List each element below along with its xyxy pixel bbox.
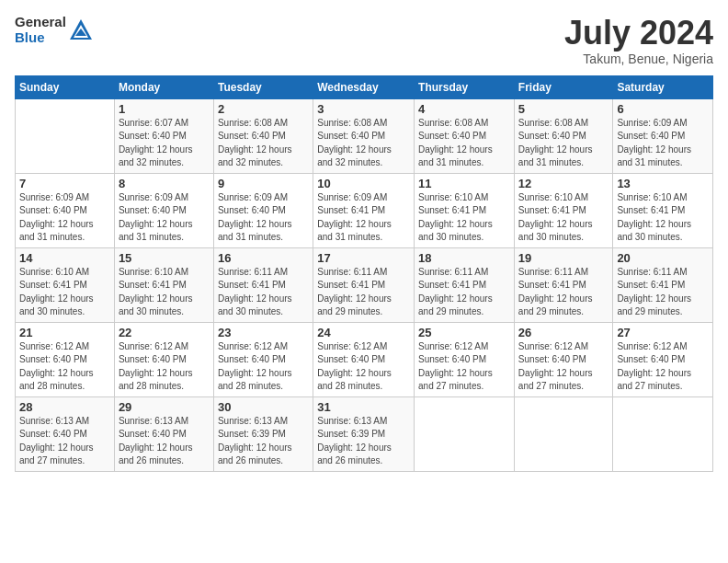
day-number: 7 xyxy=(19,177,110,190)
day-number: 27 xyxy=(617,326,709,339)
day-info: Sunrise: 6:13 AM Sunset: 6:39 PM Dayligh… xyxy=(218,415,309,468)
table-row: 31Sunrise: 6:13 AM Sunset: 6:39 PM Dayli… xyxy=(313,396,415,471)
day-info: Sunrise: 6:11 AM Sunset: 6:41 PM Dayligh… xyxy=(218,266,309,319)
table-row xyxy=(16,98,115,173)
table-row: 6Sunrise: 6:09 AM Sunset: 6:40 PM Daylig… xyxy=(613,98,713,173)
table-row: 29Sunrise: 6:13 AM Sunset: 6:40 PM Dayli… xyxy=(114,396,213,471)
day-info: Sunrise: 6:10 AM Sunset: 6:41 PM Dayligh… xyxy=(518,191,609,245)
table-row: 24Sunrise: 6:12 AM Sunset: 6:40 PM Dayli… xyxy=(313,322,415,396)
calendar-table: Sunday Monday Tuesday Wednesday Thursday… xyxy=(15,75,713,472)
day-number: 2 xyxy=(218,102,309,116)
logo-text: General Blue xyxy=(15,15,66,45)
day-number: 13 xyxy=(617,177,709,190)
day-number: 16 xyxy=(218,251,309,265)
table-row xyxy=(514,396,613,471)
week-row-4: 21Sunrise: 6:12 AM Sunset: 6:40 PM Dayli… xyxy=(16,322,713,396)
table-row: 11Sunrise: 6:10 AM Sunset: 6:41 PM Dayli… xyxy=(415,173,515,247)
table-row: 17Sunrise: 6:11 AM Sunset: 6:41 PM Dayli… xyxy=(313,247,415,322)
day-info: Sunrise: 6:10 AM Sunset: 6:41 PM Dayligh… xyxy=(19,266,110,319)
table-row: 7Sunrise: 6:09 AM Sunset: 6:40 PM Daylig… xyxy=(16,173,115,247)
col-friday: Friday xyxy=(514,75,613,98)
table-row: 16Sunrise: 6:11 AM Sunset: 6:41 PM Dayli… xyxy=(213,247,313,322)
col-sunday: Sunday xyxy=(16,75,115,98)
table-row: 2Sunrise: 6:08 AM Sunset: 6:40 PM Daylig… xyxy=(213,98,313,173)
day-info: Sunrise: 6:08 AM Sunset: 6:40 PM Dayligh… xyxy=(518,117,609,170)
day-number: 9 xyxy=(218,177,309,190)
day-info: Sunrise: 6:11 AM Sunset: 6:41 PM Dayligh… xyxy=(617,266,709,319)
table-row: 22Sunrise: 6:12 AM Sunset: 6:40 PM Dayli… xyxy=(114,322,213,396)
day-number: 18 xyxy=(418,251,510,265)
day-number: 1 xyxy=(119,102,210,116)
week-row-3: 14Sunrise: 6:10 AM Sunset: 6:41 PM Dayli… xyxy=(16,247,713,322)
table-row xyxy=(613,396,713,471)
day-info: Sunrise: 6:12 AM Sunset: 6:40 PM Dayligh… xyxy=(617,340,709,394)
table-row: 19Sunrise: 6:11 AM Sunset: 6:41 PM Dayli… xyxy=(514,247,613,322)
col-tuesday: Tuesday xyxy=(213,75,313,98)
day-info: Sunrise: 6:09 AM Sunset: 6:41 PM Dayligh… xyxy=(317,191,410,245)
week-row-5: 28Sunrise: 6:13 AM Sunset: 6:40 PM Dayli… xyxy=(16,396,713,471)
header: General Blue July 2024 Takum, Benue, Nig… xyxy=(15,15,713,66)
day-number: 4 xyxy=(418,102,510,116)
day-info: Sunrise: 6:09 AM Sunset: 6:40 PM Dayligh… xyxy=(617,117,709,170)
location: Takum, Benue, Nigeria xyxy=(564,52,713,66)
table-row: 28Sunrise: 6:13 AM Sunset: 6:40 PM Dayli… xyxy=(16,396,115,471)
day-number: 28 xyxy=(19,400,110,414)
day-info: Sunrise: 6:12 AM Sunset: 6:40 PM Dayligh… xyxy=(418,340,510,394)
day-number: 17 xyxy=(317,251,410,265)
day-info: Sunrise: 6:13 AM Sunset: 6:39 PM Dayligh… xyxy=(317,415,410,468)
table-row: 25Sunrise: 6:12 AM Sunset: 6:40 PM Dayli… xyxy=(415,322,515,396)
day-info: Sunrise: 6:11 AM Sunset: 6:41 PM Dayligh… xyxy=(518,266,609,319)
logo-icon xyxy=(68,17,94,43)
day-number: 14 xyxy=(19,251,110,265)
day-info: Sunrise: 6:10 AM Sunset: 6:41 PM Dayligh… xyxy=(119,266,210,319)
day-number: 22 xyxy=(119,326,210,339)
logo: General Blue xyxy=(15,15,94,45)
day-info: Sunrise: 6:12 AM Sunset: 6:40 PM Dayligh… xyxy=(317,340,410,394)
table-row: 10Sunrise: 6:09 AM Sunset: 6:41 PM Dayli… xyxy=(313,173,415,247)
day-number: 11 xyxy=(418,177,510,190)
col-wednesday: Wednesday xyxy=(313,75,415,98)
day-number: 19 xyxy=(518,251,609,265)
day-number: 29 xyxy=(119,400,210,414)
day-info: Sunrise: 6:07 AM Sunset: 6:40 PM Dayligh… xyxy=(119,117,210,170)
day-number: 6 xyxy=(617,102,709,116)
table-row: 5Sunrise: 6:08 AM Sunset: 6:40 PM Daylig… xyxy=(514,98,613,173)
table-row: 18Sunrise: 6:11 AM Sunset: 6:41 PM Dayli… xyxy=(415,247,515,322)
day-info: Sunrise: 6:09 AM Sunset: 6:40 PM Dayligh… xyxy=(19,191,110,245)
logo-general: General xyxy=(15,15,66,30)
day-number: 31 xyxy=(317,400,410,414)
day-info: Sunrise: 6:12 AM Sunset: 6:40 PM Dayligh… xyxy=(119,340,210,394)
day-number: 26 xyxy=(518,326,609,339)
day-info: Sunrise: 6:13 AM Sunset: 6:40 PM Dayligh… xyxy=(19,415,110,468)
day-number: 20 xyxy=(617,251,709,265)
day-info: Sunrise: 6:09 AM Sunset: 6:40 PM Dayligh… xyxy=(119,191,210,245)
day-info: Sunrise: 6:08 AM Sunset: 6:40 PM Dayligh… xyxy=(218,117,309,170)
table-row: 15Sunrise: 6:10 AM Sunset: 6:41 PM Dayli… xyxy=(114,247,213,322)
table-row: 14Sunrise: 6:10 AM Sunset: 6:41 PM Dayli… xyxy=(16,247,115,322)
day-info: Sunrise: 6:11 AM Sunset: 6:41 PM Dayligh… xyxy=(418,266,510,319)
table-row: 9Sunrise: 6:09 AM Sunset: 6:40 PM Daylig… xyxy=(213,173,313,247)
table-row: 26Sunrise: 6:12 AM Sunset: 6:40 PM Dayli… xyxy=(514,322,613,396)
day-number: 12 xyxy=(518,177,609,190)
table-row xyxy=(415,396,515,471)
day-number: 24 xyxy=(317,326,410,339)
day-number: 15 xyxy=(119,251,210,265)
day-number: 3 xyxy=(317,102,410,116)
day-info: Sunrise: 6:12 AM Sunset: 6:40 PM Dayligh… xyxy=(19,340,110,394)
col-monday: Monday xyxy=(114,75,213,98)
table-row: 4Sunrise: 6:08 AM Sunset: 6:40 PM Daylig… xyxy=(415,98,515,173)
day-info: Sunrise: 6:12 AM Sunset: 6:40 PM Dayligh… xyxy=(218,340,309,394)
day-info: Sunrise: 6:12 AM Sunset: 6:40 PM Dayligh… xyxy=(518,340,609,394)
table-row: 12Sunrise: 6:10 AM Sunset: 6:41 PM Dayli… xyxy=(514,173,613,247)
table-row: 21Sunrise: 6:12 AM Sunset: 6:40 PM Dayli… xyxy=(16,322,115,396)
day-info: Sunrise: 6:08 AM Sunset: 6:40 PM Dayligh… xyxy=(418,117,510,170)
day-info: Sunrise: 6:10 AM Sunset: 6:41 PM Dayligh… xyxy=(418,191,510,245)
table-row: 8Sunrise: 6:09 AM Sunset: 6:40 PM Daylig… xyxy=(114,173,213,247)
day-number: 21 xyxy=(19,326,110,339)
day-number: 10 xyxy=(317,177,410,190)
header-row: Sunday Monday Tuesday Wednesday Thursday… xyxy=(16,75,713,98)
col-saturday: Saturday xyxy=(613,75,713,98)
col-thursday: Thursday xyxy=(415,75,515,98)
day-info: Sunrise: 6:08 AM Sunset: 6:40 PM Dayligh… xyxy=(317,117,410,170)
title-block: July 2024 Takum, Benue, Nigeria xyxy=(564,15,713,66)
